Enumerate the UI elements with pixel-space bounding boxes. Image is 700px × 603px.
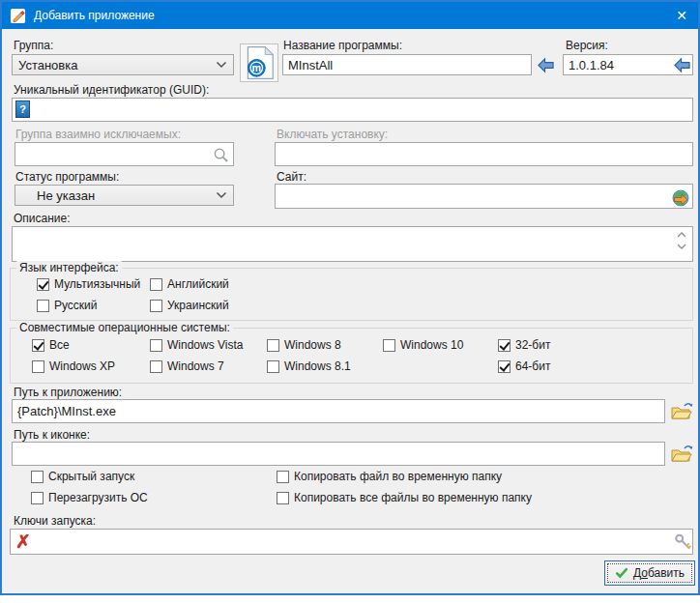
checkbox-label: 32-бит	[515, 338, 550, 352]
pencil-icon	[10, 8, 26, 24]
checkbox-copy-all-files-temp[interactable]: Копировать все файлы во временную папку	[277, 491, 532, 504]
launch-keys-input[interactable]	[10, 529, 693, 555]
checkbox-box	[31, 492, 44, 504]
checkbox-box	[267, 360, 279, 373]
checkbox-label: Windows 8.1	[284, 359, 351, 373]
language-groupbox-legend: Язык интерфейса:	[16, 261, 122, 274]
checkbox-label: Все	[49, 338, 70, 352]
checkbox-label: Windows XP	[49, 359, 115, 373]
add-button[interactable]: Добавить	[604, 560, 695, 586]
program-status-label: Статус программы:	[15, 170, 119, 184]
app-icon-button[interactable]: m	[240, 43, 278, 82]
program-name-input[interactable]	[282, 54, 532, 75]
browse-app-folder-icon[interactable]	[669, 401, 693, 421]
chevron-down-icon	[216, 191, 227, 199]
checkbox-windows-xp[interactable]: Windows XP	[32, 359, 115, 373]
guid-input[interactable]	[12, 98, 693, 122]
checkbox-label: Копировать все файлы во временную папку	[294, 491, 532, 504]
launch-keys-label: Ключи запуска:	[14, 514, 96, 528]
clear-keys-icon[interactable]: ✗	[15, 532, 31, 551]
checkbox-windows-vista[interactable]: Windows Vista	[150, 338, 243, 352]
chevron-down-icon	[216, 61, 227, 69]
checkbox-box	[31, 471, 44, 483]
mutex-group-input[interactable]	[15, 142, 234, 166]
checkbox-os-all[interactable]: Все	[32, 338, 70, 352]
checkbox-label: Английский	[167, 277, 229, 291]
group-label: Группа:	[14, 39, 53, 52]
browse-icon-folder-icon[interactable]	[669, 444, 693, 464]
checkbox-windows-8[interactable]: Windows 8	[267, 338, 341, 352]
add-application-dialog: Добавить приложение ✕ Группа: Установка …	[0, 0, 700, 595]
key-icon[interactable]	[673, 531, 692, 551]
checkbox-hidden-launch[interactable]: Скрытый запуск	[31, 470, 134, 483]
checkbox-box	[150, 339, 162, 352]
minstall-app-icon: m	[244, 45, 275, 80]
checkbox-label: Скрытый запуск	[48, 470, 134, 483]
checkbox-windows-10[interactable]: Windows 10	[383, 338, 463, 352]
app-path-label: Путь к приложению:	[14, 386, 122, 399]
globe-icon[interactable]	[670, 187, 690, 207]
checkbox-english[interactable]: Английский	[150, 277, 229, 291]
site-input[interactable]	[275, 184, 693, 209]
desktop-background	[0, 595, 700, 603]
checkbox-copy-file-temp[interactable]: Копировать файл во временную папку	[277, 470, 502, 483]
checkbox-label: Windows 7	[167, 359, 224, 373]
description-scrollbar[interactable]	[677, 232, 686, 249]
version-label: Версия:	[566, 39, 608, 52]
checkbox-label: Перезагрузить ОС	[48, 491, 148, 504]
checkbox-label: Украинский	[167, 299, 229, 312]
titlebar: Добавить приложение ✕	[2, 2, 698, 29]
checkbox-reboot-os[interactable]: Перезагрузить ОС	[31, 491, 148, 504]
description-label: Описание:	[14, 212, 71, 225]
version-arrow-button[interactable]	[672, 56, 691, 73]
checkbox-windows-81[interactable]: Windows 8.1	[267, 359, 351, 373]
description-textarea[interactable]	[12, 226, 693, 262]
checkbox-box	[150, 360, 162, 373]
checkbox-label: Windows 10	[400, 338, 463, 352]
checkbox-box	[498, 360, 510, 373]
checkbox-ukrainian[interactable]: Украинский	[150, 299, 229, 312]
checkbox-box	[37, 300, 49, 312]
checkbox-box	[498, 339, 510, 352]
include-install-input[interactable]	[275, 142, 693, 166]
program-status-value: Не указан	[37, 188, 95, 203]
check-icon	[615, 566, 628, 580]
site-label: Сайт:	[277, 170, 306, 184]
scroll-down-icon	[677, 244, 686, 249]
checkbox-multilanguage[interactable]: Мультиязычный	[37, 277, 140, 291]
group-combobox[interactable]: Установка	[12, 54, 234, 75]
checkbox-russian[interactable]: Русский	[37, 299, 98, 312]
window-title: Добавить приложение	[34, 9, 155, 22]
mutex-group-label: Группа взаимно исключаемых:	[15, 128, 181, 141]
checkbox-32bit[interactable]: 32-бит	[498, 338, 550, 352]
checkbox-windows-7[interactable]: Windows 7	[150, 359, 224, 373]
checkbox-box	[32, 360, 44, 373]
search-icon[interactable]	[212, 146, 229, 163]
group-combobox-value: Установка	[18, 58, 77, 72]
guid-help-icon[interactable]: ?	[15, 100, 30, 118]
checkbox-box	[277, 471, 289, 483]
checkbox-box	[150, 300, 162, 312]
icon-path-input[interactable]	[12, 442, 665, 466]
name-arrow-button[interactable]	[536, 56, 555, 73]
scroll-up-icon	[677, 232, 686, 238]
language-groupbox: Язык интерфейса: Мультиязычный Английски…	[10, 268, 693, 321]
include-install-label: Включать установку:	[277, 128, 388, 141]
checkbox-label: Копировать файл во временную папку	[294, 470, 502, 483]
checkbox-box	[32, 339, 44, 352]
app-path-input[interactable]	[12, 399, 665, 423]
os-groupbox: Совместимые операционные системы: Все Wi…	[10, 328, 693, 384]
icon-path-label: Путь к иконке:	[14, 428, 90, 442]
program-name-label: Название программы:	[283, 39, 402, 52]
os-groupbox-legend: Совместимые операционные системы:	[16, 321, 233, 334]
close-icon[interactable]: ✕	[665, 2, 698, 29]
checkbox-64bit[interactable]: 64-бит	[498, 359, 550, 373]
guid-label: Уникальный идентификатор (GUID):	[14, 83, 209, 97]
program-status-combobox[interactable]: Не указан	[15, 185, 234, 206]
svg-text:m: m	[252, 62, 261, 73]
add-button-label: Добавить	[633, 566, 685, 580]
checkbox-label: Windows Vista	[167, 338, 243, 352]
checkbox-label: 64-бит	[515, 359, 550, 373]
checkbox-box	[267, 339, 279, 352]
checkbox-box	[383, 339, 395, 352]
